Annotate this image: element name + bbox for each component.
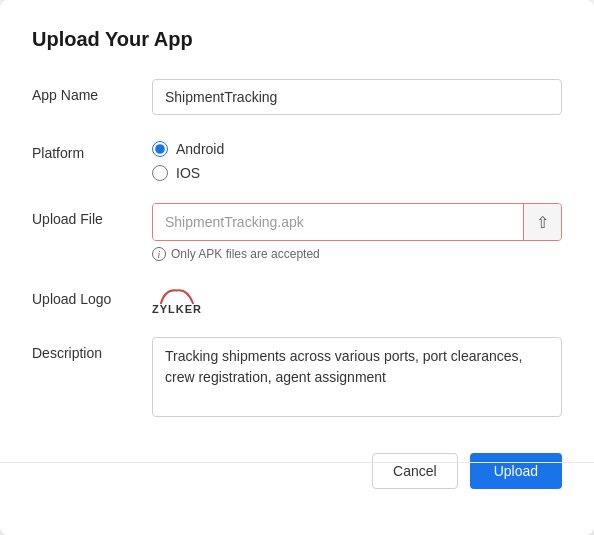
platform-ios-option[interactable]: IOS [152, 165, 562, 181]
upload-modal: Upload Your App App Name Platform Androi… [0, 0, 594, 535]
footer-divider [0, 462, 594, 463]
upload-file-label: Upload File [32, 203, 152, 227]
upload-file-row: Upload File ShipmentTracking.apk ⇧ i Onl… [32, 203, 562, 261]
app-name-control [152, 79, 562, 115]
platform-ios-label: IOS [176, 165, 200, 181]
zylker-logo-text: Zylker [152, 303, 202, 315]
file-hint-text: Only APK files are accepted [171, 247, 320, 261]
platform-android-option[interactable]: Android [152, 141, 562, 157]
file-input-wrapper: ShipmentTracking.apk ⇧ [152, 203, 562, 241]
app-name-row: App Name [32, 79, 562, 115]
description-row: Description Tracking shipments across va… [32, 337, 562, 421]
upload-logo-label: Upload Logo [32, 283, 152, 307]
platform-row: Platform Android IOS [32, 137, 562, 181]
description-control: Tracking shipments across various ports,… [152, 337, 562, 421]
upload-logo-row: Upload Logo Zylker [32, 283, 562, 315]
upload-file-control: ShipmentTracking.apk ⇧ i Only APK files … [152, 203, 562, 261]
platform-radio-group: Android IOS [152, 137, 562, 181]
upload-icon: ⇧ [536, 213, 549, 232]
zylker-logo: Zylker [152, 287, 202, 315]
upload-logo-control: Zylker [152, 283, 562, 315]
app-name-label: App Name [32, 79, 152, 103]
description-label: Description [32, 337, 152, 361]
platform-android-label: Android [176, 141, 224, 157]
modal-title: Upload Your App [32, 28, 562, 51]
info-icon: i [152, 247, 166, 261]
platform-ios-radio[interactable] [152, 165, 168, 181]
description-textarea[interactable]: Tracking shipments across various ports,… [152, 337, 562, 417]
logo-container[interactable]: Zylker [152, 283, 562, 315]
platform-control: Android IOS [152, 137, 562, 181]
file-upload-button[interactable]: ⇧ [523, 204, 561, 240]
file-name-display: ShipmentTracking.apk [153, 204, 523, 240]
file-hint: i Only APK files are accepted [152, 247, 562, 261]
cancel-button[interactable]: Cancel [372, 453, 458, 489]
upload-button[interactable]: Upload [470, 453, 562, 489]
platform-android-radio[interactable] [152, 141, 168, 157]
app-name-input[interactable] [152, 79, 562, 115]
modal-footer: Cancel Upload [32, 453, 562, 489]
platform-label: Platform [32, 137, 152, 161]
